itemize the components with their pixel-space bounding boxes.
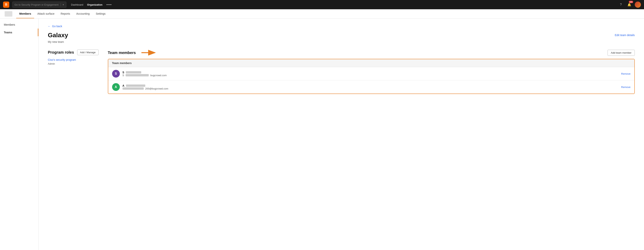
program-roles-section: Program roles Add / Manage Ciso's securi… [48, 50, 98, 65]
member-email-1: S bugcrowd.com [122, 74, 618, 77]
member-name-1: S [122, 71, 618, 74]
team-members-table: Team members S S S [108, 59, 635, 94]
two-col-section: Program roles Add / Manage Ciso's securi… [48, 50, 635, 94]
bell-icon: 🔔 [628, 3, 631, 6]
chevron-down-icon[interactable]: ▼ [62, 4, 64, 6]
member-avatar-1: S [112, 70, 120, 78]
member-email-blur-1 [126, 74, 149, 76]
team-members-header-row: Team members Add team member [108, 50, 635, 56]
member-email-blur-2 [122, 88, 144, 90]
member-avatar-2: A [112, 83, 120, 91]
member-name-blur-2 [126, 84, 145, 87]
tab-accounting[interactable]: Accounting [73, 9, 92, 18]
go-back-link[interactable]: ← Go back [48, 25, 635, 28]
top-nav-icons: ? 🔔 131 [618, 2, 641, 8]
member-name-blur-1 [126, 71, 141, 74]
nav-link-dashboard[interactable]: Dashboard [71, 3, 83, 6]
member-email-2: 200@bugcrowd.com [122, 87, 618, 90]
tab-settings[interactable]: Settings [92, 9, 108, 18]
program-role-label: Admin [48, 62, 55, 65]
search-bar[interactable]: ▼ [12, 2, 66, 8]
sidebar-item-members[interactable]: Members [0, 21, 38, 28]
search-input[interactable] [14, 3, 59, 6]
member-name-2: A [122, 84, 618, 87]
notification-badge: 131 [629, 1, 633, 3]
tab-attack-surface[interactable]: Attack surface [34, 9, 58, 18]
remove-member-1-button[interactable]: Remove [621, 72, 630, 75]
page-title: Galaxy [48, 32, 68, 39]
program-roles-title: Program roles [48, 50, 74, 54]
top-nav-links: Dashboard Organization •••••• [71, 3, 112, 6]
question-mark-icon: ? [620, 3, 622, 6]
table-header: Team members [108, 59, 634, 67]
arrow-right-icon [140, 50, 158, 56]
add-manage-button[interactable]: Add / Manage [77, 50, 98, 55]
program-link[interactable]: Ciso's security program [48, 58, 98, 61]
sub-navigation: Members Attack surface Reports Accountin… [0, 9, 644, 18]
search-divider [60, 3, 61, 6]
nav-link-organization[interactable]: Organization [87, 3, 102, 6]
nav-link-extra[interactable]: •••••• [106, 3, 112, 6]
page-subtitle: My new team [48, 40, 635, 44]
add-team-member-button[interactable]: Add team member [608, 50, 635, 56]
help-icon-button[interactable]: ? [618, 2, 624, 8]
remove-member-2-button[interactable]: Remove [621, 86, 630, 88]
edit-team-details-link[interactable]: Edit team details [615, 34, 635, 37]
team-members-title: Team members [108, 50, 136, 55]
tab-members[interactable]: Members [16, 9, 34, 18]
member-info-2: A 200@bugcrowd.com [122, 84, 618, 90]
app-logo[interactable]: B [3, 2, 9, 8]
team-members-section: Team members Add team member [108, 50, 635, 94]
table-row: A A 200@bugcrowd.com R [108, 80, 634, 94]
program-roles-header: Program roles Add / Manage [48, 50, 98, 55]
user-avatar-button[interactable] [635, 2, 641, 8]
member-info-1: S S bugcrowd.com [122, 71, 618, 77]
top-navigation: B ▼ Dashboard Organization •••••• ? 🔔 13… [0, 0, 644, 9]
orange-arrow-indicator [140, 50, 158, 56]
org-logo-placeholder [5, 11, 12, 16]
main-content: ← Go back Galaxy Edit team details My ne… [38, 18, 644, 250]
sidebar-item-teams[interactable]: Teams [0, 28, 38, 36]
notifications-button[interactable]: 🔔 131 [626, 2, 632, 8]
table-row: S S S bugcrowd.com [108, 67, 634, 80]
page-header: Galaxy Edit team details [48, 32, 635, 39]
tab-reports[interactable]: Reports [58, 9, 73, 18]
arrow-left-icon: ← [48, 25, 50, 28]
sidebar-menu: Members Teams [0, 18, 38, 250]
content-area: Members Teams ← Go back Galaxy Edit team… [0, 18, 644, 250]
